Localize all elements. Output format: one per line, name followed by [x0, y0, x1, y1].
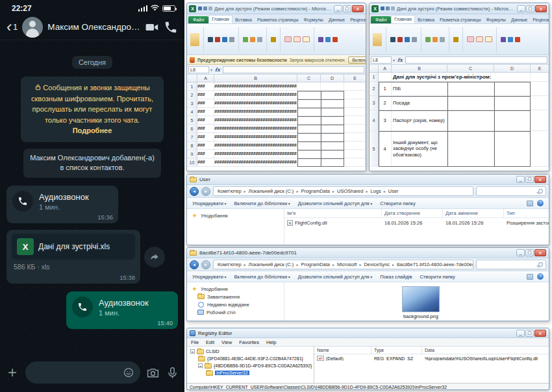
share-with-button[interactable]: Дозволити спільний доступ для	[298, 274, 372, 280]
cell[interactable]: ########################################	[214, 158, 297, 166]
breadcrumb-item[interactable]: Локальний диск (C:)	[243, 188, 295, 194]
cell[interactable]: ########################################	[214, 108, 297, 116]
paste-icon[interactable]	[190, 33, 199, 46]
cell[interactable]: ########################################	[214, 99, 297, 107]
cell[interactable]: ПІБ	[392, 82, 447, 95]
cell[interactable]	[531, 110, 549, 130]
tree-key-guid-2[interactable]: {48DDBB56-9D1D-4FD9-89C5-C0DA2A625392}	[187, 362, 314, 369]
cell[interactable]: ###	[197, 82, 214, 90]
cell-style-icon[interactable]	[284, 36, 292, 42]
name-box-arrow[interactable]: ▾	[393, 58, 395, 62]
column-header[interactable]: D	[494, 65, 531, 72]
paste-icon[interactable]	[373, 33, 382, 46]
cell[interactable]: ###	[197, 108, 214, 116]
cell[interactable]: ########################################	[214, 141, 297, 149]
wrap-text-icon[interactable]	[440, 37, 445, 42]
cell[interactable]	[321, 141, 344, 149]
cell[interactable]	[297, 158, 321, 166]
nav-desktop[interactable]: Робочий стіл	[191, 308, 280, 316]
insert-cells-icon[interactable]	[501, 37, 506, 42]
cell[interactable]	[321, 99, 344, 107]
sum-icon[interactable]	[508, 37, 513, 42]
tab-file[interactable]: Файл	[188, 16, 208, 23]
column-header[interactable]: B	[392, 65, 447, 72]
tab-page-layout[interactable]: Разметка страницы	[255, 16, 301, 23]
sticker-icon[interactable]	[123, 367, 134, 378]
chat-scroll-area[interactable]: Сегодня Сообщения и звонки защищены скво…	[0, 42, 184, 354]
column-type[interactable]: Type	[371, 347, 422, 354]
align-left-icon[interactable]	[243, 37, 248, 42]
sort-filter-icon[interactable]	[332, 37, 338, 42]
cell[interactable]	[379, 73, 392, 81]
file-row[interactable]: FlightConfig.dll 18.01.2026 15:26 18.01.…	[284, 218, 549, 227]
title-bar[interactable]: X Дані для зустрічі (Режим совместимости…	[187, 3, 366, 14]
cell[interactable]	[344, 82, 366, 90]
cell-style-icon[interactable]	[485, 36, 492, 42]
cell[interactable]: 4	[379, 131, 392, 166]
collapse-icon[interactable]	[198, 363, 203, 368]
cell[interactable]: ###	[197, 150, 214, 158]
font-icon[interactable]	[390, 37, 395, 42]
align-center-icon[interactable]	[250, 37, 255, 42]
undo-icon[interactable]	[203, 6, 207, 10]
column-name[interactable]: Ім’я	[284, 209, 382, 217]
row-header[interactable]: 10	[187, 158, 197, 166]
font-icon[interactable]	[208, 37, 213, 42]
learn-more-link[interactable]: Подробнее	[73, 127, 112, 134]
cell[interactable]: ###	[197, 91, 214, 99]
tab-review[interactable]: Рецензирование	[347, 16, 366, 23]
cell[interactable]: ###	[197, 133, 214, 141]
menu-edit[interactable]: Edit	[206, 339, 214, 345]
column-header[interactable]: B	[214, 75, 297, 82]
cell[interactable]: 2	[379, 96, 392, 110]
cell[interactable]	[531, 82, 549, 95]
cell[interactable]	[297, 141, 321, 149]
column-header[interactable]: C	[447, 65, 494, 72]
cell[interactable]: ###	[197, 125, 214, 132]
cell[interactable]	[297, 108, 321, 116]
message-input[interactable]	[25, 361, 140, 384]
cell[interactable]	[344, 108, 366, 116]
search-input[interactable]	[476, 186, 546, 196]
column-name[interactable]: Name	[314, 347, 371, 354]
breadcrumb-item[interactable]: DeviceSync	[358, 262, 391, 267]
sum-icon[interactable]	[325, 37, 331, 42]
breadcrumb-item[interactable]: Logs	[364, 188, 382, 194]
cell[interactable]	[447, 131, 494, 166]
cell[interactable]	[344, 116, 366, 124]
formula-input[interactable]	[405, 56, 547, 64]
row-header[interactable]: 7	[187, 133, 197, 141]
cell[interactable]	[297, 116, 321, 124]
help-icon[interactable]	[537, 273, 544, 280]
breadcrumb-item[interactable]: Microsoft	[331, 262, 358, 267]
font-color-icon[interactable]	[397, 37, 403, 42]
row-header[interactable]: 2	[370, 82, 379, 95]
undo-icon[interactable]	[386, 6, 390, 10]
cell[interactable]	[494, 110, 531, 130]
minimize-button[interactable]	[334, 5, 342, 12]
title-bar[interactable]: User	[187, 175, 549, 185]
cell[interactable]	[321, 133, 344, 141]
close-button[interactable]	[534, 249, 546, 256]
column-header[interactable]: E	[531, 65, 549, 72]
cell[interactable]	[494, 96, 531, 110]
borders-icon[interactable]	[412, 37, 417, 42]
align-center-icon[interactable]	[433, 37, 438, 42]
cell[interactable]	[447, 110, 494, 130]
cell[interactable]	[297, 99, 321, 107]
cell[interactable]: ########################################	[214, 133, 297, 141]
cell[interactable]: ########################################	[214, 125, 297, 132]
column-header[interactable]: C	[297, 75, 321, 82]
cell[interactable]	[447, 82, 494, 95]
contact-name[interactable]: Максим Олександрович	[47, 22, 140, 32]
maximize-button[interactable]	[525, 176, 534, 183]
title-bar[interactable]: X Дані для зустрічі (Режим совместимости…	[370, 3, 549, 14]
row-header[interactable]: 5	[370, 131, 379, 166]
change-view-icon[interactable]	[527, 201, 533, 206]
tab-formulas[interactable]: Формулы	[301, 16, 325, 23]
save-icon[interactable]	[381, 6, 384, 10]
encryption-notice[interactable]: Сообщения и звонки защищены сквозным шиф…	[21, 77, 164, 142]
borders-icon[interactable]	[229, 37, 234, 42]
cell[interactable]	[344, 91, 366, 99]
include-in-library-button[interactable]: Включити до бібліотеки	[234, 201, 290, 206]
